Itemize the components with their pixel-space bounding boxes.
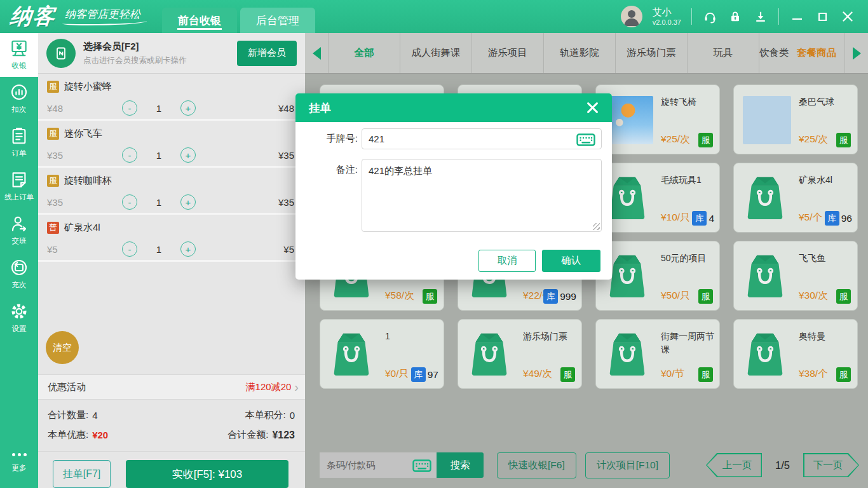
note-label: 备注: bbox=[295, 164, 358, 176]
category-tab-combo[interactable]: 套餐商品 bbox=[789, 33, 845, 73]
sidebar-item-orders[interactable]: 订单 bbox=[0, 121, 38, 165]
sidebar-item-more[interactable]: 更多 bbox=[0, 439, 38, 483]
user-avatar[interactable] bbox=[621, 6, 642, 27]
shopping-bag-icon bbox=[744, 173, 786, 222]
timed-item-button[interactable]: 计次项目[F10] bbox=[585, 452, 670, 478]
next-page-button[interactable]: 下一页 bbox=[803, 453, 859, 477]
product-price: ¥58/次 bbox=[385, 289, 414, 302]
qty-minus-button[interactable]: - bbox=[122, 194, 137, 210]
lock-icon[interactable] bbox=[728, 9, 743, 24]
product-card[interactable]: 奥特曼 ¥38/个 服 bbox=[733, 319, 858, 389]
product-card[interactable]: 飞飞鱼 ¥30/次 服 bbox=[733, 241, 858, 311]
user-name: 艾小 bbox=[653, 6, 681, 18]
qty-minus-button[interactable]: - bbox=[122, 241, 137, 257]
main-nav-tabs: 前台收银 后台管理 bbox=[162, 8, 315, 33]
qty-plus-button[interactable]: + bbox=[180, 147, 196, 163]
total-qty-value: 4 bbox=[92, 410, 97, 421]
hold-order-button[interactable]: 挂单[F7] bbox=[53, 460, 111, 488]
qty-minus-button[interactable]: - bbox=[122, 147, 137, 163]
product-card[interactable]: 1 ¥0/只 库 97 bbox=[320, 319, 444, 389]
sidebar-item-cashier[interactable]: 收银 bbox=[0, 33, 38, 77]
download-icon[interactable] bbox=[753, 9, 768, 24]
charge-button[interactable]: 实收[F5]: ¥103 bbox=[126, 460, 288, 488]
product-photo bbox=[743, 96, 791, 144]
amount-value: ¥123 bbox=[272, 430, 295, 441]
add-member-button[interactable]: 新增会员 bbox=[237, 41, 297, 66]
qty-plus-button[interactable]: + bbox=[180, 241, 196, 257]
tab-front-cashier[interactable]: 前台收银 bbox=[162, 8, 237, 33]
category-tab[interactable]: 游乐场门票 bbox=[615, 33, 687, 73]
keyboard-icon[interactable] bbox=[576, 133, 595, 147]
stock-badge: 库 bbox=[692, 211, 707, 226]
product-card[interactable]: 桑巴气球 ¥25/次 服 bbox=[733, 85, 858, 154]
support-headset-icon[interactable] bbox=[702, 9, 717, 24]
cart-item[interactable]: 服 旋转咖啡杯 ¥35 - 1 + ¥35 bbox=[38, 168, 305, 215]
sidebar-item-recharge-count[interactable]: 充次 bbox=[0, 252, 38, 296]
qty-plus-button[interactable]: + bbox=[180, 194, 196, 210]
quick-cashier-button[interactable]: 快速收银[F6] bbox=[497, 452, 576, 478]
sidebar-item-label: 交班 bbox=[11, 236, 26, 246]
confirm-button[interactable]: 确认 bbox=[542, 250, 600, 272]
prev-page-button[interactable]: 上一页 bbox=[706, 453, 762, 477]
sidebar-item-label: 线上订单 bbox=[4, 192, 34, 202]
category-prev-arrow[interactable] bbox=[305, 33, 328, 73]
cancel-button[interactable]: 取消 bbox=[478, 250, 536, 272]
product-card[interactable]: 游乐场门票 ¥49/次 服 bbox=[458, 319, 582, 389]
category-tab[interactable]: 游乐项目 bbox=[471, 33, 543, 73]
cart-item[interactable]: 服 旋转小蜜蜂 ¥48 - 1 + ¥48 bbox=[38, 74, 305, 121]
sidebar-item-shift-handover[interactable]: 交班 bbox=[0, 208, 38, 252]
product-card[interactable]: 旋转飞椅 ¥25/次 服 bbox=[595, 85, 720, 154]
sidebar-item-deduct-count[interactable]: 扣次 bbox=[0, 77, 38, 121]
category-tab[interactable]: 成人街舞课 bbox=[400, 33, 471, 73]
close-button[interactable] bbox=[840, 9, 855, 24]
modal-close-icon[interactable] bbox=[586, 102, 599, 114]
member-card-icon[interactable] bbox=[46, 39, 76, 68]
clear-cart-button[interactable]: 清空 bbox=[46, 331, 79, 364]
product-card[interactable]: 矿泉水4l ¥5/个 库 96 bbox=[733, 163, 858, 233]
product-card[interactable]: 街舞一周两节课 ¥0/节 服 bbox=[595, 319, 720, 389]
pagination: 上一页 1/5 下一页 bbox=[706, 453, 859, 477]
service-badge: 服 bbox=[836, 133, 851, 147]
sidebar-item-settings[interactable]: 设置 bbox=[0, 296, 38, 340]
product-card[interactable]: 50元的项目 ¥50/只 服 bbox=[595, 241, 720, 311]
tag-number-field bbox=[362, 128, 602, 149]
minimize-button[interactable] bbox=[789, 9, 804, 24]
note-textarea[interactable]: 421的李总挂单 bbox=[362, 159, 602, 232]
user-info: 艾小 v2.0.0.37 bbox=[653, 6, 681, 27]
discount-value: ¥20 bbox=[92, 430, 108, 440]
tag-number-input[interactable] bbox=[369, 133, 576, 144]
sidebar-item-online-orders[interactable]: 线上订单 bbox=[0, 165, 38, 208]
cart-item-total: ¥35 bbox=[278, 197, 294, 208]
hold-order-modal: 挂单 手牌号: 备注: 421的李总挂单 取消 确认 bbox=[295, 93, 612, 280]
product-name: 毛绒玩具1 bbox=[661, 173, 715, 187]
product-card[interactable]: 毛绒玩具1 ¥10/只 库 4 bbox=[595, 163, 720, 233]
category-bar: 全部 成人街舞课 游乐项目 轨道影院 游乐场门票 玩具 饮食类 套餐商品 bbox=[305, 33, 868, 74]
cart-item[interactable]: 普 矿泉水4l ¥5 - 1 + ¥5 bbox=[38, 215, 305, 262]
category-tab-all[interactable]: 全部 bbox=[328, 33, 400, 73]
orders-icon bbox=[10, 126, 29, 146]
shopping-bag-icon bbox=[606, 252, 648, 300]
category-next-arrow[interactable] bbox=[845, 33, 868, 73]
shopping-bag-icon bbox=[606, 173, 648, 222]
cart-item-total: ¥5 bbox=[283, 244, 294, 255]
category-tab[interactable]: 玩具 bbox=[687, 33, 759, 73]
qty-minus-button[interactable]: - bbox=[122, 100, 137, 116]
member-select-area[interactable]: 选择会员[F2] 点击进行会员搜索或刷卡操作 bbox=[83, 41, 229, 66]
search-button[interactable]: 搜索 bbox=[437, 452, 484, 478]
stock-count: 4 bbox=[709, 213, 714, 224]
category-tab[interactable]: 饮食类 bbox=[759, 33, 789, 73]
keyboard-icon[interactable] bbox=[412, 459, 431, 473]
qty-plus-button[interactable]: + bbox=[180, 100, 196, 116]
category-tab[interactable]: 轨道影院 bbox=[543, 33, 615, 73]
modal-title: 挂单 bbox=[309, 100, 331, 116]
maximize-button[interactable] bbox=[815, 9, 830, 24]
prev-page-label: 上一页 bbox=[722, 459, 752, 472]
tab-backoffice[interactable]: 后台管理 bbox=[240, 8, 315, 33]
product-price: ¥0/只 bbox=[385, 367, 409, 381]
promo-row[interactable]: 优惠活动 满120减20 › bbox=[38, 374, 305, 400]
resize-grip[interactable] bbox=[593, 223, 600, 230]
stock-badge: 库 bbox=[543, 289, 558, 304]
cart-list: 服 旋转小蜜蜂 ¥48 - 1 + ¥48 服 迷你飞车 ¥35 bbox=[38, 74, 305, 262]
member-select-title: 选择会员[F2] bbox=[83, 41, 229, 53]
cart-item[interactable]: 服 迷你飞车 ¥35 - 1 + ¥35 bbox=[38, 121, 305, 168]
